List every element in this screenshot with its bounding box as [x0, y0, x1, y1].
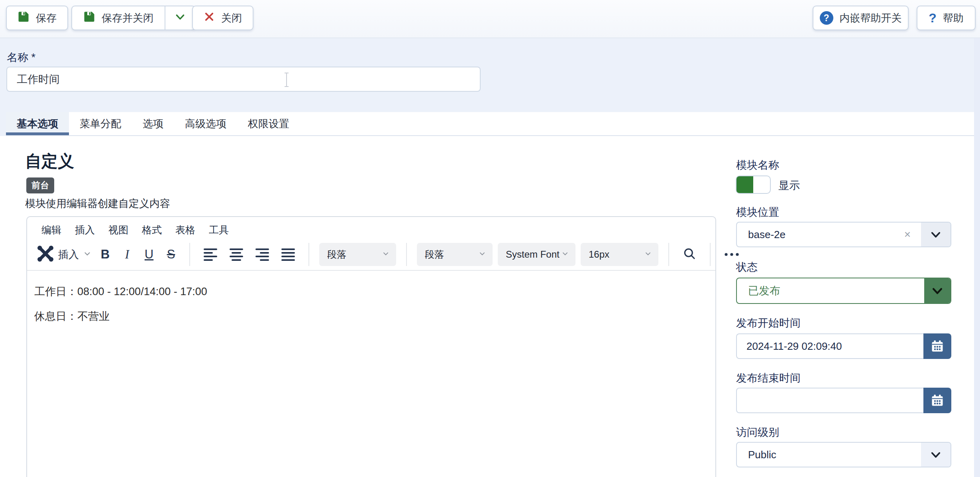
tab-label: 高级选项 [185, 117, 226, 131]
status-select[interactable]: 已发布 [736, 278, 951, 304]
toolbar-divider [668, 243, 669, 266]
tab-permissions[interactable]: 权限设置 [237, 112, 300, 135]
font-size-value: 16px [589, 249, 609, 260]
chevron-down-icon [929, 228, 943, 241]
search-icon[interactable] [682, 246, 697, 262]
align-right-icon[interactable] [255, 248, 269, 261]
chevron-down-icon [930, 284, 945, 298]
align-justify-icon[interactable] [281, 248, 295, 261]
tab-label: 权限设置 [248, 117, 289, 131]
show-title-toggle[interactable] [736, 175, 771, 194]
joomla-insert-button[interactable]: 插入 [37, 245, 92, 264]
tab-basic-options[interactable]: 基本选项 [6, 112, 69, 135]
access-level-label: 访问级别 [736, 425, 779, 440]
status-value: 已发布 [737, 284, 924, 298]
calendar-icon [930, 339, 945, 353]
underline-icon[interactable]: U [141, 247, 157, 262]
help-circle-icon: ? [820, 11, 833, 25]
menu-table[interactable]: 表格 [175, 223, 195, 237]
publish-end-input[interactable] [736, 388, 923, 413]
block-format-value: 段落 [425, 248, 444, 261]
publish-end-field [736, 388, 951, 413]
tab-menu-assignment[interactable]: 菜单分配 [69, 112, 132, 135]
calendar-button[interactable] [923, 333, 951, 359]
save-close-split-button: 保存并关闭 [71, 6, 196, 30]
save-close-button-label: 保存并关闭 [102, 11, 153, 25]
module-type-title: 自定义 [25, 150, 74, 172]
close-button[interactable]: 关闭 [192, 6, 253, 30]
publish-start-label: 发布开始时间 [736, 316, 801, 330]
font-family-value: System Font [506, 249, 560, 260]
bold-icon[interactable]: B [97, 247, 114, 262]
calendar-button[interactable] [923, 388, 951, 413]
module-description: 模块使用编辑器创建自定义内容 [25, 197, 170, 211]
tab-options[interactable]: 选项 [132, 112, 174, 135]
chevron-down-icon [644, 249, 652, 260]
save-button[interactable]: 保存 [6, 6, 68, 30]
editor-content-area[interactable]: 工作日：08:00 - 12:00/14:00 - 17:00 休息日：不营业 [27, 271, 715, 342]
font-size-select[interactable]: 16px [581, 243, 658, 266]
menu-format[interactable]: 格式 [142, 223, 162, 237]
position-label: 模块位置 [736, 205, 779, 219]
toolbar-divider [189, 243, 190, 266]
position-dropdown-cap[interactable] [921, 223, 951, 246]
editor-paragraph: 工作日：08:00 - 12:00/14:00 - 17:00 [34, 284, 708, 299]
menu-insert[interactable]: 插入 [75, 223, 95, 237]
publish-start-field [736, 333, 951, 359]
chevron-down-icon [174, 10, 187, 26]
name-input[interactable] [6, 67, 481, 92]
scrollbar[interactable] [974, 38, 980, 477]
align-center-icon[interactable] [230, 248, 243, 261]
inline-help-toggle-button[interactable]: ? 内嵌帮助开关 [813, 6, 909, 30]
access-level-select[interactable]: Public [736, 442, 951, 467]
tab-advanced[interactable]: 高级选项 [174, 112, 237, 135]
status-label: 状态 [736, 260, 758, 274]
inline-help-label: 内嵌帮助开关 [840, 11, 902, 25]
editor-paragraph: 休息日：不营业 [34, 309, 708, 323]
status-dropdown-cap[interactable] [924, 278, 951, 303]
insert-button-label: 插入 [58, 248, 79, 262]
chevron-down-icon [561, 249, 569, 260]
help-button[interactable]: ? 帮助 [917, 6, 976, 30]
style-select-value: 段落 [327, 248, 346, 261]
menu-edit[interactable]: 编辑 [41, 223, 61, 237]
toolbar-divider [308, 243, 309, 266]
joomla-icon [37, 245, 54, 264]
tab-label: 菜单分配 [80, 117, 121, 131]
italic-icon[interactable]: I [119, 247, 136, 262]
strikethrough-icon[interactable]: S [163, 247, 179, 262]
top-toolbar: 保存 保存并关闭 关闭 ? 内嵌帮助开关 ? 帮助 [0, 0, 980, 38]
block-format-select[interactable]: 段落 [417, 243, 493, 266]
name-field-label: 名称 * [7, 50, 35, 65]
more-icon[interactable] [724, 252, 740, 257]
close-icon [204, 11, 215, 25]
clear-icon[interactable]: × [904, 228, 921, 241]
position-combobox[interactable]: base-2e × [736, 222, 951, 247]
rich-text-editor: 编辑 插入 视图 格式 表格 工具 插入 B I U S [26, 216, 716, 477]
question-mark-icon: ? [929, 11, 937, 26]
align-left-icon[interactable] [204, 248, 217, 261]
save-button-label: 保存 [36, 11, 57, 25]
tab-bar: 基本选项 菜单分配 选项 高级选项 权限设置 [6, 112, 974, 136]
menu-view[interactable]: 视图 [108, 223, 128, 237]
access-level-value: Public [737, 449, 921, 461]
save-close-button[interactable]: 保存并关闭 [72, 6, 165, 30]
chevron-down-icon [83, 249, 92, 260]
save-icon [83, 11, 95, 26]
tab-label: 选项 [143, 117, 163, 131]
publish-end-label: 发布结束时间 [736, 371, 801, 385]
content-panel: 自定义 前台 模块使用编辑器创建自定义内容 编辑 插入 视图 格式 表格 工具 … [0, 136, 974, 477]
font-family-select[interactable]: System Font [498, 243, 575, 266]
save-dropdown-toggle[interactable] [165, 6, 195, 30]
style-select[interactable]: 段落 [319, 243, 396, 266]
publish-start-input[interactable] [736, 333, 923, 359]
help-button-label: 帮助 [943, 11, 964, 25]
toolbar-divider [406, 243, 407, 266]
menu-tools[interactable]: 工具 [209, 223, 229, 237]
show-title-label: 模块名称 [736, 158, 779, 172]
toolbar-divider [710, 243, 711, 266]
editor-toolbar: 插入 B I U S 段落 段落 [27, 239, 715, 271]
chevron-down-icon [382, 249, 390, 260]
editor-menubar: 编辑 插入 视图 格式 表格 工具 [27, 217, 715, 239]
access-dropdown-cap[interactable] [921, 443, 951, 467]
